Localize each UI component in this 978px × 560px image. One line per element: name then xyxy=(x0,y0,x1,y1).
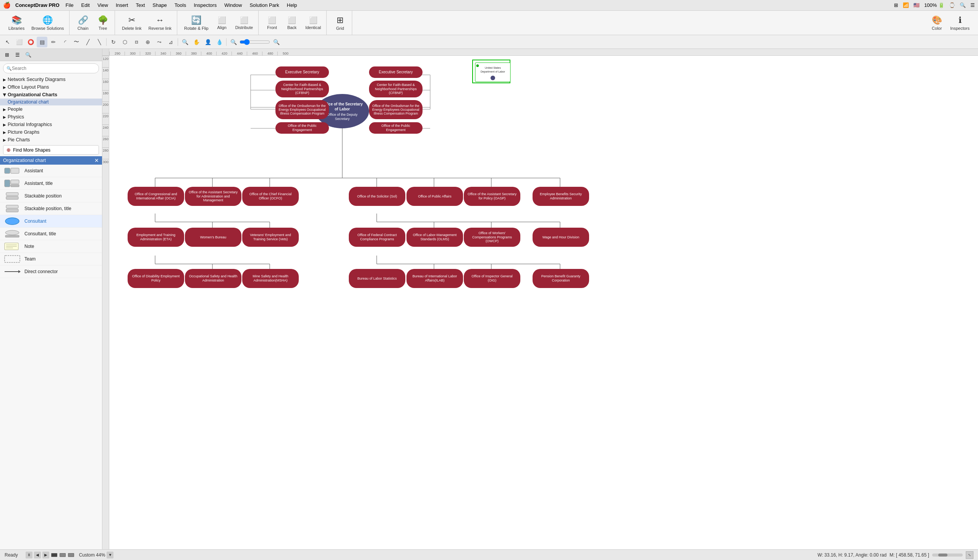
sidebar-search-btn[interactable]: 🔍 xyxy=(24,50,33,60)
grid-button[interactable]: ⊞ Grid xyxy=(330,13,350,33)
page-dot-3[interactable] xyxy=(68,553,74,557)
oval-tool[interactable]: ⭕ xyxy=(25,37,36,47)
color-button[interactable]: 🎨 Color xyxy=(927,13,946,33)
node-ebsa[interactable]: Employee Benefits Security Administratio… xyxy=(533,187,589,206)
delete-link-button[interactable]: ✂ Delete link xyxy=(119,13,144,33)
node-public-engagement-left[interactable]: Office of the Public Engagement xyxy=(275,122,329,134)
menu-insert[interactable]: Insert xyxy=(113,2,132,9)
sidebar-item-pie-charts[interactable]: ▶ Pie Charts xyxy=(0,136,102,143)
shape-item-note[interactable]: Note xyxy=(0,240,102,253)
sidebar-item-office-layout[interactable]: ▶ Office Layout Plans xyxy=(0,83,102,91)
sidebar-view-list[interactable]: ☰ xyxy=(13,50,22,60)
connector-tool[interactable]: ⊕ xyxy=(143,37,153,47)
transform-tool[interactable]: ⬡ xyxy=(120,37,130,47)
prev-page-btn[interactable]: ◀ xyxy=(34,552,41,558)
eyedropper-tool[interactable]: 💧 xyxy=(214,37,225,47)
line-tool[interactable]: ╲ xyxy=(94,37,105,47)
reverse-link-button[interactable]: ↔ Reverse link xyxy=(145,13,175,33)
inspectors-button[interactable]: ℹ Inspectors xyxy=(947,13,973,33)
menu-solution-park[interactable]: Solution Park xyxy=(247,2,282,9)
align-button[interactable]: ⬜ Align xyxy=(212,13,232,33)
menu-inspectors[interactable]: Inspectors xyxy=(191,2,220,9)
node-pbgc[interactable]: Pension Benefit Guaranty Corporation xyxy=(533,269,589,288)
people-tool[interactable]: 👤 xyxy=(202,37,213,47)
shape-item-assistant[interactable]: Assistant xyxy=(0,165,102,177)
close-panel-button[interactable]: ✕ xyxy=(94,157,99,163)
distribute-button[interactable]: ⬜ Distribute xyxy=(232,13,256,33)
arc-tool[interactable]: ◜ xyxy=(60,37,70,47)
node-whd[interactable]: Wage and Hour Division xyxy=(533,228,589,247)
shape-item-consultant[interactable]: Consultant xyxy=(0,215,102,228)
sidebar-sub-org-chart[interactable]: Organizational chart xyxy=(0,98,102,105)
menu-edit[interactable]: Edit xyxy=(78,2,93,9)
shape-item-stackable-title[interactable]: Stackable position, title xyxy=(0,202,102,215)
pan-tool[interactable]: ✋ xyxy=(191,37,202,47)
identical-button[interactable]: ⬜ Identical xyxy=(302,13,324,33)
find-more-shapes-button[interactable]: ⊕ Find More Shapes xyxy=(3,145,99,155)
corner-resize[interactable]: ⤡ xyxy=(966,551,973,559)
rotate-flip-button[interactable]: 🔄 Rotate & Flip xyxy=(181,13,212,33)
sidebar-item-physics[interactable]: ▶ Physics xyxy=(0,113,102,121)
node-cfbnp-right[interactable]: Center for Faith-Based & Neighborhood Pa… xyxy=(369,81,423,97)
menu-file[interactable]: File xyxy=(63,2,77,9)
canvas[interactable]: Office of the Secretaryof Labor Office o… xyxy=(109,56,978,549)
node-ocfo[interactable]: Office of the Chief Financial Officer (O… xyxy=(242,187,299,206)
node-solicitor[interactable]: Office of the Solicitor (Sol) xyxy=(349,187,405,206)
zoom-in-btn[interactable]: 🔍 xyxy=(180,37,190,47)
node-bls[interactable]: Bureau of Labor Statistics xyxy=(349,269,405,288)
back-button[interactable]: ⬜ Back xyxy=(282,13,302,33)
node-oasp[interactable]: Office of the Assistant Secretary for Po… xyxy=(464,187,520,206)
text-tool[interactable]: ▤ xyxy=(37,37,47,47)
node-eta[interactable]: Employment and Training Administration (… xyxy=(128,228,184,247)
shape-connector[interactable]: ⤳ xyxy=(154,37,165,47)
node-womens-bureau[interactable]: Women's Bureau xyxy=(185,228,242,247)
search-input[interactable] xyxy=(12,66,95,71)
shape-item-team[interactable]: Team xyxy=(0,253,102,265)
poly-tool[interactable]: ⊿ xyxy=(165,37,176,47)
front-button[interactable]: ⬜ Front xyxy=(262,13,282,33)
node-oig[interactable]: Office of Inspector General (OIG) xyxy=(464,269,520,288)
menu-window[interactable]: Window xyxy=(221,2,245,9)
node-odep[interactable]: Office of Disability Employment Policy xyxy=(128,269,184,288)
next-page-btn[interactable]: ▶ xyxy=(42,552,49,558)
node-owcp[interactable]: Office of Workers' Compensations Program… xyxy=(464,228,520,247)
rect-tool[interactable]: ⬜ xyxy=(14,37,25,47)
node-exec-sec-right[interactable]: Executive Secretary xyxy=(369,67,423,78)
menu-help[interactable]: Help xyxy=(284,2,300,9)
node-ofccp[interactable]: Office of Federal Contract Compliance Pr… xyxy=(349,228,405,247)
libraries-button[interactable]: 📚 Libraries xyxy=(5,13,28,33)
node-vets[interactable]: Veterans' Employment and Training Servic… xyxy=(242,228,299,247)
shape-item-stackable[interactable]: Stackable position xyxy=(0,190,102,202)
page-dot-2[interactable] xyxy=(60,553,66,557)
menu-text[interactable]: Text xyxy=(133,2,148,9)
apple-menu[interactable]: 🍎 xyxy=(3,2,11,9)
page-dot-1[interactable] xyxy=(51,553,57,557)
node-osha[interactable]: Occupational Safety and Health Administr… xyxy=(185,269,242,288)
sidebar-item-pictorial[interactable]: ▶ Pictorial Infographics xyxy=(0,121,102,128)
shape-item-consultant-title[interactable]: Consultant, title xyxy=(0,228,102,240)
control-center-icon[interactable]: ☰ xyxy=(970,2,975,8)
search-bar[interactable]: 🔍 xyxy=(3,63,99,73)
node-ocia[interactable]: Office of Congressional and Internationa… xyxy=(128,187,184,206)
node-cfbnp-left[interactable]: Center for Faith-Based & Neighborhood Pa… xyxy=(275,81,329,97)
node-olms[interactable]: Office of Labor-Management Standards (OL… xyxy=(407,228,463,247)
mini-chart[interactable]: United States Department of Labor xyxy=(472,60,510,83)
search-menubar-icon[interactable]: 🔍 xyxy=(960,2,966,8)
node-public-engagement-right[interactable]: Office of the Public Engagement xyxy=(369,122,423,134)
pen-tool[interactable]: ✏ xyxy=(48,37,59,47)
node-exec-sec-left[interactable]: Executive Secretary xyxy=(275,67,329,78)
zoom-dropdown-btn[interactable]: ▼ xyxy=(107,552,113,558)
zoom-out[interactable]: 🔍 xyxy=(228,37,239,47)
node-public-affairs[interactable]: Office of Public Affairs xyxy=(407,187,463,206)
node-ombudsman-left[interactable]: Office of the Ombudsman for the Energy E… xyxy=(275,100,329,119)
sidebar-item-network-security[interactable]: ▶ Network Security Diagrams xyxy=(0,76,102,83)
smart-line[interactable]: ╱ xyxy=(83,37,93,47)
shape-item-direct-connector[interactable]: Direct connector xyxy=(0,265,102,278)
crop-tool[interactable]: ⧈ xyxy=(131,37,142,47)
rotate-tool[interactable]: ↻ xyxy=(108,37,119,47)
sidebar-item-org-charts[interactable]: ▶ Organizational Charts xyxy=(0,91,102,98)
play-pause-btn[interactable]: ⏸ xyxy=(26,552,32,558)
node-ilab[interactable]: Bureau of International Labor Affairs(IL… xyxy=(407,269,463,288)
zoom-in2[interactable]: 🔍 xyxy=(271,37,282,47)
tree-button[interactable]: 🌳 Tree xyxy=(93,13,112,33)
